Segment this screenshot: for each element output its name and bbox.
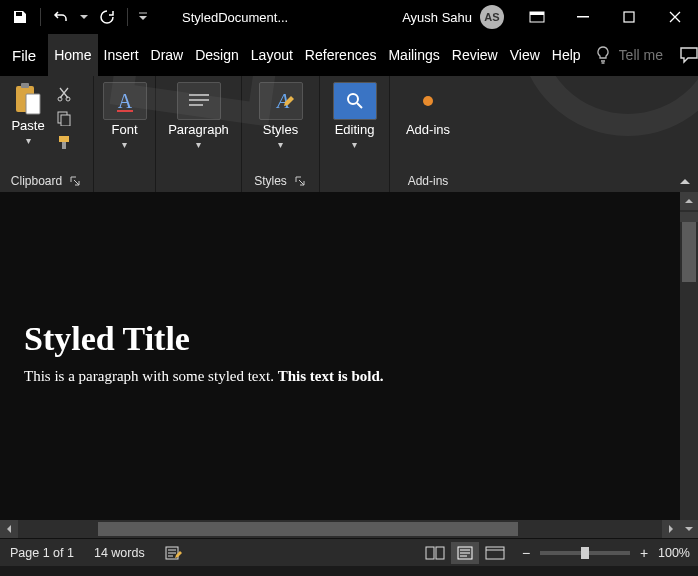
tab-design[interactable]: Design	[189, 34, 245, 76]
cut-button[interactable]	[54, 84, 74, 104]
web-layout-button[interactable]	[481, 542, 509, 564]
addins-label: Add-ins	[406, 122, 450, 137]
svg-rect-2	[577, 16, 589, 18]
redo-button[interactable]	[93, 2, 121, 32]
comments-button[interactable]	[679, 34, 698, 76]
tab-home[interactable]: Home	[48, 34, 97, 76]
menu-bar: File Home Insert Draw Design Layout Refe…	[0, 34, 698, 76]
minimize-button[interactable]	[560, 0, 606, 34]
scroll-down-button[interactable]	[680, 520, 698, 538]
split-handle[interactable]	[680, 212, 698, 222]
scroll-thumb-vertical[interactable]	[682, 222, 696, 282]
chevron-down-icon	[684, 525, 694, 533]
zoom-level[interactable]: 100%	[658, 546, 690, 560]
ribbon-group-styles: A Styles ▾ Styles	[242, 76, 320, 192]
chevron-up-icon	[684, 197, 694, 205]
font-label: Font	[111, 122, 137, 137]
page-number-status[interactable]: Page 1 of 1	[0, 539, 84, 566]
horizontal-scrollbar[interactable]	[0, 520, 680, 538]
scroll-left-button[interactable]	[0, 520, 18, 538]
svg-point-16	[348, 94, 358, 104]
paragraph-button[interactable]: Paragraph ▾	[160, 80, 237, 150]
dialog-launcher-icon	[70, 176, 80, 186]
addins-button[interactable]: Add-ins	[398, 80, 458, 137]
tab-mailings[interactable]: Mailings	[382, 34, 445, 76]
cut-icon	[56, 86, 72, 102]
close-button[interactable]	[652, 0, 698, 34]
tab-view[interactable]: View	[504, 34, 546, 76]
paste-icon	[13, 82, 43, 116]
avatar: AS	[480, 5, 504, 29]
status-bar: Page 1 of 1 14 words − + 100%	[0, 538, 698, 566]
page[interactable]: Styled Title This is a paragraph with so…	[0, 292, 680, 413]
chevron-right-icon	[667, 524, 675, 534]
svg-rect-20	[436, 547, 444, 559]
clipboard-dialog-launcher[interactable]	[68, 174, 82, 188]
spellcheck-icon	[165, 545, 183, 561]
svg-rect-10	[61, 115, 70, 126]
tell-me-input[interactable]	[619, 47, 671, 63]
tab-review[interactable]: Review	[446, 34, 504, 76]
styles-button[interactable]: A Styles ▾	[251, 80, 311, 150]
scroll-track-vertical[interactable]	[680, 222, 698, 520]
addins-icon	[418, 91, 438, 111]
scroll-up-button[interactable]	[680, 192, 698, 210]
svg-rect-3	[624, 12, 634, 22]
undo-icon	[53, 9, 69, 25]
ribbon-group-font: A Font ▾	[94, 76, 156, 192]
font-icon: A	[113, 89, 137, 113]
find-icon	[344, 90, 366, 112]
collapse-ribbon-button[interactable]	[676, 174, 694, 190]
close-icon	[669, 11, 681, 23]
svg-rect-19	[426, 547, 434, 559]
scroll-track-horizontal[interactable]	[18, 520, 662, 538]
maximize-button[interactable]	[606, 0, 652, 34]
undo-button[interactable]	[47, 2, 75, 32]
word-count-status[interactable]: 14 words	[84, 539, 155, 566]
svg-rect-5	[21, 83, 29, 88]
lightbulb-icon	[595, 45, 611, 65]
account-button[interactable]: Ayush Sahu AS	[402, 5, 504, 29]
zoom-slider-knob[interactable]	[581, 547, 589, 559]
tab-layout[interactable]: Layout	[245, 34, 299, 76]
spellcheck-status[interactable]	[155, 539, 193, 566]
zoom-slider[interactable]	[540, 551, 630, 555]
qat-customize[interactable]	[134, 2, 152, 32]
ribbon-group-addins: Add-ins Add-ins	[390, 76, 466, 192]
tab-references[interactable]: References	[299, 34, 383, 76]
copy-button[interactable]	[54, 108, 74, 128]
ribbon-options-icon	[529, 11, 545, 23]
tab-draw[interactable]: Draw	[145, 34, 190, 76]
editing-label: Editing	[335, 122, 375, 137]
document-area[interactable]: Styled Title This is a paragraph with so…	[0, 192, 698, 538]
ribbon-display-options[interactable]	[514, 0, 560, 34]
paste-button[interactable]: Paste ▾	[4, 80, 52, 146]
svg-rect-14	[117, 110, 133, 112]
tab-help[interactable]: Help	[546, 34, 587, 76]
font-button[interactable]: A Font ▾	[98, 80, 151, 150]
format-painter-button[interactable]	[54, 132, 74, 152]
read-mode-button[interactable]	[421, 542, 449, 564]
vertical-scrollbar[interactable]	[680, 192, 698, 538]
zoom-out-button[interactable]: −	[518, 545, 534, 561]
print-layout-button[interactable]	[451, 542, 479, 564]
paragraph-bold: This text is bold.	[278, 368, 384, 384]
zoom-in-button[interactable]: +	[636, 545, 652, 561]
svg-rect-1	[530, 12, 544, 15]
chevron-down-icon: ▾	[196, 139, 201, 150]
undo-dropdown[interactable]	[77, 2, 91, 32]
scroll-right-button[interactable]	[662, 520, 680, 538]
tell-me-search[interactable]	[587, 34, 679, 76]
document-heading[interactable]: Styled Title	[24, 320, 656, 358]
zoom-control: − + 100%	[510, 545, 698, 561]
scroll-thumb-horizontal[interactable]	[98, 522, 518, 536]
document-paragraph[interactable]: This is a paragraph with some styled tex…	[24, 368, 656, 385]
tab-file[interactable]: File	[0, 34, 48, 76]
styles-dialog-launcher[interactable]	[293, 174, 307, 188]
chevron-down-icon: ▾	[352, 139, 357, 150]
tab-insert[interactable]: Insert	[98, 34, 145, 76]
save-button[interactable]	[6, 2, 34, 32]
maximize-icon	[623, 11, 635, 23]
group-label-styles: Styles	[254, 174, 287, 188]
editing-button[interactable]: Editing ▾	[325, 80, 385, 150]
